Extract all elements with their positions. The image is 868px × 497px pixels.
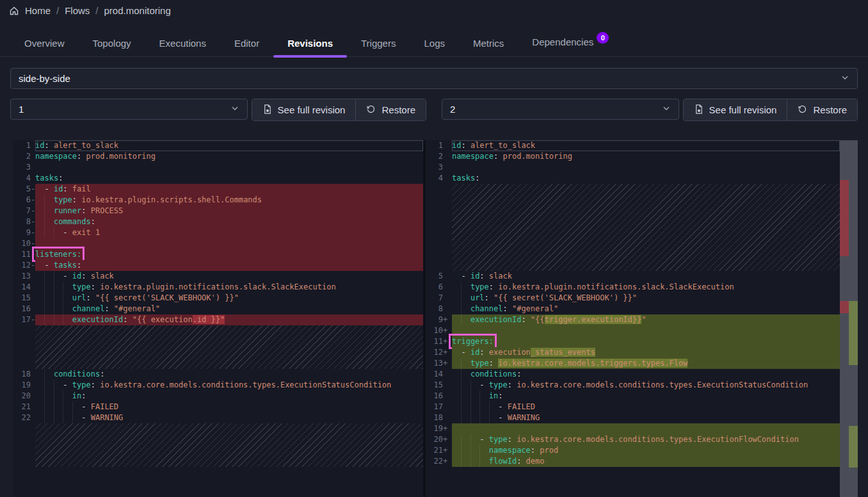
- diff-code-line[interactable]: 6 type: io.kestra.plugin.notifications.s…: [426, 282, 840, 293]
- diff-code-line[interactable]: 3: [13, 162, 423, 173]
- diff-code-line[interactable]: 15 url: "{{ secret('SLACK_WEBHOOK') }}": [13, 293, 423, 304]
- diff-code-line[interactable]: 4tasks:: [426, 173, 840, 184]
- line-number: 15: [13, 293, 35, 304]
- diff-code-line[interactable]: 11-listeners:: [13, 249, 423, 260]
- diff-code-line[interactable]: 11+triggers:: [426, 336, 840, 347]
- diff-code-line[interactable]: 13+ type: io.kestra.core.models.triggers…: [426, 358, 840, 369]
- diff-code-line[interactable]: 1id: alert_to_slack: [13, 140, 423, 151]
- home-icon[interactable]: [9, 6, 19, 16]
- tab-logs[interactable]: Logs: [410, 32, 459, 56]
- diff-code-line[interactable]: 17- executionId: "{{ execution.id }}": [13, 314, 423, 325]
- revision-diff-editor: 1id: alert_to_slack2namespace: prod.moni…: [13, 140, 858, 497]
- diff-filler-region: [426, 184, 840, 271]
- tab-triggers[interactable]: Triggers: [347, 32, 410, 56]
- diff-code-line[interactable]: 6- type: io.kestra.plugin.scripts.shell.…: [13, 195, 423, 206]
- diff-highlight-box: triggers:: [452, 337, 494, 346]
- file-icon: [262, 104, 272, 116]
- diff-code-line[interactable]: 14 conditions:: [426, 369, 840, 380]
- diff-code-line[interactable]: 19 - type: io.kestra.core.models.conditi…: [13, 380, 423, 391]
- line-number: 17: [426, 402, 452, 412]
- line-number: 5: [426, 271, 452, 282]
- diff-code-line[interactable]: 12- - tasks:: [13, 260, 423, 271]
- line-number: 4: [13, 173, 35, 184]
- line-number: 18: [426, 412, 452, 423]
- tab-topology[interactable]: Topology: [79, 32, 145, 56]
- line-number: 16: [426, 391, 452, 402]
- diff-filler-region: [13, 325, 423, 369]
- diff-code-line[interactable]: 16 in:: [426, 391, 840, 402]
- diff-code-line[interactable]: 3: [426, 162, 840, 173]
- diff-code-line[interactable]: 5- - id: fail: [13, 184, 423, 195]
- line-number: 21: [13, 402, 35, 412]
- line-number: 20: [13, 391, 35, 402]
- left-restore-button[interactable]: Restore: [355, 99, 426, 120]
- diff-code-line[interactable]: 21+ namespace: prod: [426, 445, 840, 456]
- diff-code-line[interactable]: 13 - id: slack: [13, 271, 423, 282]
- diff-code-line[interactable]: 20+ - type: io.kestra.core.models.condit…: [426, 434, 840, 445]
- line-number: 5-: [13, 184, 35, 195]
- see-full-revision-label: See full revision: [709, 104, 777, 115]
- tab-dependencies-label: Dependencies: [532, 37, 593, 47]
- right-revision-value: 2: [450, 104, 455, 115]
- tab-revisions[interactable]: Revisions: [273, 32, 347, 56]
- right-see-full-revision-button[interactable]: See full revision: [684, 99, 787, 120]
- line-number: 2: [13, 151, 35, 162]
- diff-mode-select[interactable]: side-by-side: [10, 68, 858, 89]
- line-number: 12+: [426, 347, 452, 358]
- line-number: 13: [13, 271, 35, 282]
- diff-code-line[interactable]: 2namespace: prod.monitoring: [13, 151, 423, 162]
- diff-code-line[interactable]: 4tasks:: [13, 173, 423, 184]
- diff-code-line[interactable]: 9- - exit 1: [13, 227, 423, 238]
- revision-controls: 1 See full revision Restore 2: [10, 99, 858, 121]
- tab-overview[interactable]: Overview: [10, 32, 79, 56]
- line-number: 14: [426, 369, 452, 380]
- diff-overview-ruler[interactable]: [840, 140, 858, 497]
- chevron-down-icon: [840, 73, 849, 84]
- line-number: 15: [426, 380, 452, 391]
- diff-code-line[interactable]: 19+: [426, 423, 840, 434]
- diff-code-line[interactable]: 5 - id: slack: [426, 271, 840, 282]
- diff-code-line[interactable]: 9+ executionId: "{{trigger.executionId}}…: [426, 314, 840, 325]
- diff-code-line[interactable]: 8 channel: "#general": [426, 304, 840, 314]
- line-number: 7: [426, 293, 452, 304]
- diff-code-line[interactable]: 14 type: io.kestra.plugin.notifications.…: [13, 282, 423, 293]
- diff-code-line[interactable]: 10+: [426, 325, 840, 336]
- tab-bar: Overview Topology Executions Editor Revi…: [0, 31, 868, 57]
- breadcrumb: Home / Flows / prod.monitoring: [0, 0, 868, 16]
- diff-code-line[interactable]: 1id: alert_to_slack: [426, 140, 840, 151]
- left-see-full-revision-button[interactable]: See full revision: [252, 99, 356, 120]
- tab-metrics[interactable]: Metrics: [459, 32, 518, 56]
- tab-editor[interactable]: Editor: [220, 32, 273, 56]
- diff-code-line[interactable]: 16 channel: "#general": [13, 304, 423, 314]
- diff-code-line[interactable]: 15 - type: io.kestra.core.models.conditi…: [426, 380, 840, 391]
- right-revision-select[interactable]: 2: [442, 99, 679, 120]
- line-number: 3: [13, 162, 35, 173]
- line-number: 6: [426, 282, 452, 293]
- breadcrumb-flows[interactable]: Flows: [65, 5, 90, 16]
- diff-code-line[interactable]: 22 - WARNING: [13, 412, 423, 423]
- right-restore-button[interactable]: Restore: [787, 99, 857, 120]
- diff-code-line[interactable]: 7 url: "{{ secret('SLACK_WEBHOOK') }}": [426, 293, 840, 304]
- breadcrumb-home[interactable]: Home: [25, 5, 51, 16]
- diff-code-line[interactable]: 10-: [13, 238, 423, 249]
- line-number: 14: [13, 282, 35, 293]
- line-number: 16: [13, 304, 35, 314]
- diff-code-line[interactable]: 8- commands:: [13, 216, 423, 227]
- diff-code-line[interactable]: 17 - FAILED: [426, 402, 840, 412]
- diff-code-line[interactable]: 12+ - id: execution_status_events: [426, 347, 840, 358]
- tab-executions[interactable]: Executions: [145, 32, 220, 56]
- diff-code-line[interactable]: 22+ flowId: demo: [426, 456, 840, 467]
- ruler-added-mark: [849, 301, 858, 365]
- line-number: 11-: [13, 249, 35, 260]
- diff-code-line[interactable]: 21 - FAILED: [13, 402, 423, 412]
- left-revision-select[interactable]: 1: [10, 99, 248, 120]
- diff-code-line[interactable]: 7- runner: PROCESS: [13, 206, 423, 216]
- diff-pane-modified: 1id: alert_to_slack2namespace: prod.moni…: [426, 140, 858, 497]
- tab-dependencies[interactable]: Dependencies0: [518, 31, 623, 56]
- diff-code-line[interactable]: 20 in:: [13, 391, 423, 402]
- diff-code-line[interactable]: 18 - WARNING: [426, 412, 840, 423]
- diff-code-line[interactable]: 2namespace: prod.monitoring: [426, 151, 840, 162]
- diff-code-line[interactable]: 18 conditions:: [13, 369, 423, 380]
- breadcrumb-separator: /: [95, 5, 98, 16]
- line-number: 10+: [426, 325, 452, 336]
